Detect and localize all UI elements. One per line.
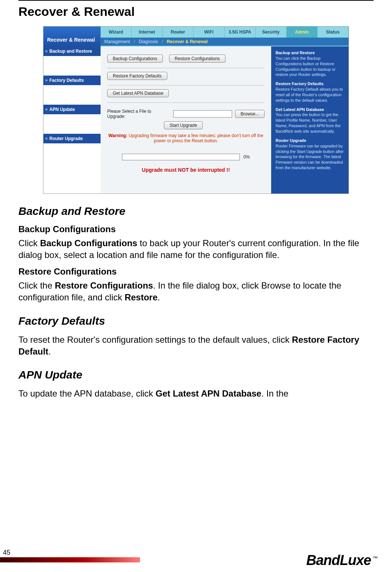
help-heading-factory: Restore Factory Defaults bbox=[276, 81, 344, 87]
start-row: Start Upgrade bbox=[107, 121, 265, 129]
sidebar-item-factory-defaults[interactable]: Factory Defaults bbox=[43, 76, 101, 86]
tab-status[interactable]: Status bbox=[318, 27, 349, 38]
separator: / bbox=[134, 39, 135, 44]
paragraph-apn: To update the APN database, click Get La… bbox=[18, 388, 374, 400]
separator: / bbox=[162, 39, 163, 44]
nav-spacer bbox=[43, 115, 101, 134]
router-ui-screenshot: Recover & Renewal Wizard Internet Router… bbox=[43, 26, 349, 194]
left-nav: Backup and Restore Factory Defaults APN … bbox=[43, 46, 101, 193]
body: Backup and Restore Factory Defaults APN … bbox=[43, 46, 349, 193]
text-run: . bbox=[158, 292, 160, 302]
page-number: 45 bbox=[3, 549, 10, 557]
tab-wifi[interactable]: WiFi bbox=[193, 27, 224, 38]
text-bold: Restore bbox=[125, 292, 157, 302]
file-row: Please Select a File to Upgrade: Browse.… bbox=[107, 109, 265, 119]
help-panel: Backup and Restore You can click the Bac… bbox=[271, 46, 349, 193]
subtab-recover-renewal[interactable]: Recover & Renewal bbox=[167, 39, 207, 44]
nav-spacer bbox=[43, 56, 101, 76]
panel-title: Recover & Renewal bbox=[43, 27, 101, 46]
text-bold: Get Latest APN Database bbox=[155, 388, 261, 398]
restore-factory-defaults-button[interactable]: Restore Factory Defaults bbox=[107, 72, 167, 80]
subsection-restore-config-title: Restore Configurations bbox=[18, 266, 374, 277]
tab-admin[interactable]: Admin bbox=[287, 27, 318, 38]
main-tabs: Wizard Internet Router WiFi 3.5G HSPA Se… bbox=[101, 27, 349, 38]
paragraph-backup-config: Click Backup Configurations to back up y… bbox=[18, 237, 374, 261]
browse-button[interactable]: Browse... bbox=[235, 110, 265, 118]
sub-tabs: Management / Diagnosis / Recover & Renew… bbox=[101, 38, 349, 46]
top-rule bbox=[18, 0, 374, 1]
progress-percent: 0% bbox=[244, 154, 250, 160]
restore-configurations-button[interactable]: Restore Configurations bbox=[169, 55, 225, 63]
paragraph-factory: To reset the Router's configuration sett… bbox=[18, 334, 374, 358]
section-factory-title: Factory Defaults bbox=[18, 315, 374, 327]
subtab-management[interactable]: Management bbox=[104, 39, 130, 44]
section-backup-restore-title: Backup and Restore bbox=[18, 205, 374, 217]
text-run: . bbox=[48, 346, 51, 356]
text-bold: Backup Configurations bbox=[40, 238, 137, 248]
text-bold: Restore Configurations bbox=[55, 280, 153, 290]
backup-configurations-button[interactable]: Backup Configurations bbox=[107, 55, 163, 63]
brand-logo: BandLuxe™ bbox=[306, 552, 377, 568]
trademark-symbol: ™ bbox=[372, 555, 377, 561]
help-heading-backup: Backup and Restore bbox=[276, 50, 344, 56]
start-upgrade-button[interactable]: Start Upgrade bbox=[164, 121, 203, 129]
main-panel: Backup Configurations Restore Configurat… bbox=[101, 46, 271, 193]
tab-wizard[interactable]: Wizard bbox=[101, 27, 132, 38]
header-bar: Recover & Renewal Wizard Internet Router… bbox=[43, 27, 349, 46]
page-footer: 45 BandLuxe™ bbox=[0, 546, 392, 572]
help-heading-apn: Get Latest APN Database bbox=[276, 107, 344, 112]
group-backup-restore: Backup Configurations Restore Configurat… bbox=[107, 51, 265, 68]
group-apn: Get Latest APN Database bbox=[107, 86, 265, 103]
tab-router[interactable]: Router bbox=[162, 27, 193, 38]
help-text-upgrade: Router Firmware can be upgraded by click… bbox=[276, 144, 344, 170]
tab-hspa[interactable]: 3.5G HSPA bbox=[225, 27, 256, 38]
help-text-apn: You can press the button to get the late… bbox=[276, 112, 341, 133]
group-upgrade: Please Select a File to Upgrade: Browse.… bbox=[107, 103, 265, 189]
warning-prefix: Warning: bbox=[108, 133, 127, 138]
sidebar-item-backup-restore[interactable]: Backup and Restore bbox=[43, 46, 101, 56]
progress-bar bbox=[122, 154, 240, 160]
sidebar-item-router-upgrade[interactable]: Router Upgrade bbox=[43, 134, 101, 144]
sidebar-item-apn-update[interactable]: APN Update bbox=[43, 105, 101, 115]
help-heading-upgrade: Router Upgrade bbox=[276, 138, 344, 143]
brand-name: BandLuxe bbox=[306, 552, 371, 568]
group-factory: Restore Factory Defaults bbox=[107, 68, 265, 86]
help-text-backup: You can click the Backup Configurations … bbox=[276, 56, 336, 77]
text-run: . In the bbox=[261, 388, 288, 398]
footer-bar bbox=[0, 557, 140, 562]
warning-body: Upgrading firmware may take a few minute… bbox=[127, 133, 263, 143]
text-run: Click the bbox=[18, 280, 55, 290]
text-run: To update the APN database, click bbox=[18, 388, 155, 398]
interrupt-warning: Upgrade must NOT be interrupted !! bbox=[107, 167, 265, 173]
paragraph-restore-config: Click the Restore Configurations. In the… bbox=[18, 280, 374, 304]
get-latest-apn-button[interactable]: Get Latest APN Database bbox=[107, 89, 169, 97]
nav-spacer bbox=[43, 86, 101, 105]
text-run: Click bbox=[18, 238, 40, 248]
progress-row: 0% bbox=[107, 154, 265, 160]
subtab-diagnosis[interactable]: Diagnosis bbox=[139, 39, 158, 44]
warning-text: Warning: Upgrading firmware may take a f… bbox=[107, 133, 265, 143]
tab-security[interactable]: Security bbox=[256, 27, 287, 38]
tab-internet[interactable]: Internet bbox=[132, 27, 162, 38]
page-title: Recover & Renewal bbox=[18, 4, 374, 19]
text-run: To reset the Router's configuration sett… bbox=[18, 335, 292, 345]
help-text-factory: Restore Factory Default allows you to re… bbox=[276, 87, 343, 102]
select-file-label: Please Select a File to Upgrade: bbox=[107, 109, 170, 119]
section-apn-title: APN Update bbox=[18, 369, 374, 381]
tabs-area: Wizard Internet Router WiFi 3.5G HSPA Se… bbox=[101, 27, 349, 46]
upgrade-file-input[interactable] bbox=[173, 110, 232, 118]
subsection-backup-config-title: Backup Configurations bbox=[18, 224, 374, 234]
